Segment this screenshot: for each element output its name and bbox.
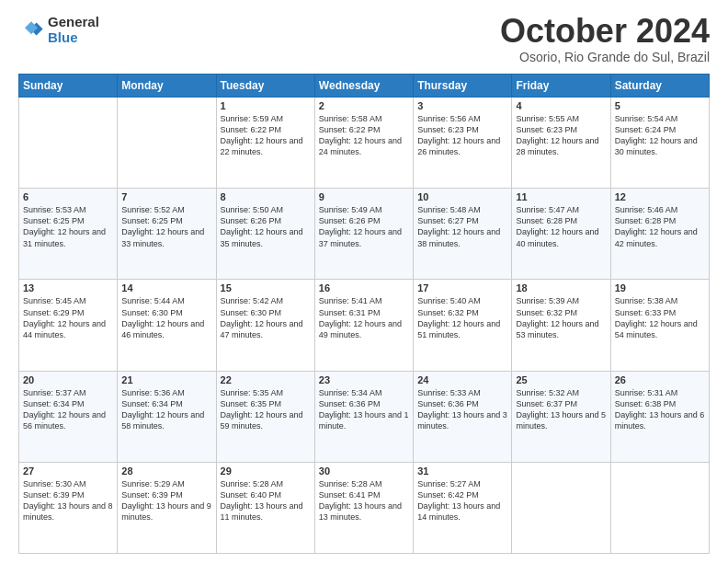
calendar-cell: 4Sunrise: 5:55 AM Sunset: 6:23 PM Daylig…: [512, 98, 610, 189]
day-number: 5: [615, 100, 705, 111]
calendar-cell: 1Sunrise: 5:59 AM Sunset: 6:22 PM Daylig…: [216, 98, 314, 189]
calendar-cell: 19Sunrise: 5:38 AM Sunset: 6:33 PM Dayli…: [610, 280, 709, 371]
day-number: 17: [417, 282, 507, 293]
day-number: 26: [615, 374, 705, 385]
calendar-week-1: 6Sunrise: 5:53 AM Sunset: 6:25 PM Daylig…: [19, 189, 710, 280]
calendar-header-tuesday: Tuesday: [216, 75, 314, 98]
logo: General Blue: [18, 15, 99, 45]
calendar-cell: 26Sunrise: 5:31 AM Sunset: 6:38 PM Dayli…: [610, 371, 709, 462]
calendar-cell: [19, 98, 118, 189]
day-number: 19: [615, 282, 705, 293]
calendar-cell: 17Sunrise: 5:40 AM Sunset: 6:32 PM Dayli…: [414, 280, 512, 371]
calendar-cell: 29Sunrise: 5:28 AM Sunset: 6:40 PM Dayli…: [216, 462, 314, 553]
day-number: 11: [516, 191, 606, 202]
day-info: Sunrise: 5:54 AM Sunset: 6:24 PM Dayligh…: [615, 114, 698, 156]
calendar-week-4: 27Sunrise: 5:30 AM Sunset: 6:39 PM Dayli…: [19, 462, 710, 553]
calendar: SundayMondayTuesdayWednesdayThursdayFrid…: [18, 74, 710, 554]
calendar-cell: 24Sunrise: 5:33 AM Sunset: 6:36 PM Dayli…: [414, 371, 512, 462]
day-info: Sunrise: 5:37 AM Sunset: 6:34 PM Dayligh…: [23, 388, 106, 431]
day-number: 16: [319, 282, 409, 293]
calendar-header-row: SundayMondayTuesdayWednesdayThursdayFrid…: [19, 75, 710, 98]
day-info: Sunrise: 5:28 AM Sunset: 6:40 PM Dayligh…: [221, 479, 303, 522]
day-number: 6: [23, 191, 113, 202]
day-number: 25: [516, 374, 606, 385]
day-number: 15: [221, 282, 311, 293]
calendar-week-2: 13Sunrise: 5:45 AM Sunset: 6:29 PM Dayli…: [19, 280, 710, 371]
calendar-cell: 5Sunrise: 5:54 AM Sunset: 6:24 PM Daylig…: [610, 98, 709, 189]
calendar-header-friday: Friday: [512, 75, 610, 98]
day-info: Sunrise: 5:35 AM Sunset: 6:35 PM Dayligh…: [221, 388, 303, 431]
calendar-cell: 9Sunrise: 5:49 AM Sunset: 6:26 PM Daylig…: [314, 189, 413, 280]
calendar-cell: 10Sunrise: 5:48 AM Sunset: 6:27 PM Dayli…: [414, 189, 512, 280]
day-number: 22: [221, 374, 311, 385]
generalblue-icon: [18, 17, 44, 43]
day-info: Sunrise: 5:59 AM Sunset: 6:22 PM Dayligh…: [221, 114, 303, 156]
calendar-cell: 21Sunrise: 5:36 AM Sunset: 6:34 PM Dayli…: [118, 371, 216, 462]
calendar-cell: 30Sunrise: 5:28 AM Sunset: 6:41 PM Dayli…: [314, 462, 413, 553]
day-number: 24: [417, 374, 507, 385]
calendar-cell: 18Sunrise: 5:39 AM Sunset: 6:32 PM Dayli…: [512, 280, 610, 371]
day-number: 3: [417, 100, 507, 111]
calendar-header-sunday: Sunday: [19, 75, 118, 98]
calendar-cell: 20Sunrise: 5:37 AM Sunset: 6:34 PM Dayli…: [19, 371, 118, 462]
day-info: Sunrise: 5:42 AM Sunset: 6:30 PM Dayligh…: [221, 296, 303, 339]
day-number: 10: [417, 191, 507, 202]
day-info: Sunrise: 5:55 AM Sunset: 6:23 PM Dayligh…: [516, 114, 598, 156]
calendar-cell: 12Sunrise: 5:46 AM Sunset: 6:28 PM Dayli…: [610, 189, 709, 280]
day-number: 21: [121, 374, 211, 385]
day-number: 12: [615, 191, 705, 202]
month-title: October 2024: [500, 15, 710, 48]
day-info: Sunrise: 5:50 AM Sunset: 6:26 PM Dayligh…: [221, 205, 303, 247]
logo-general: General: [48, 15, 99, 30]
calendar-cell: [118, 98, 216, 189]
day-info: Sunrise: 5:28 AM Sunset: 6:41 PM Dayligh…: [319, 479, 402, 522]
day-number: 9: [319, 191, 409, 202]
day-number: 20: [23, 374, 113, 385]
day-info: Sunrise: 5:53 AM Sunset: 6:25 PM Dayligh…: [23, 205, 106, 247]
day-number: 7: [121, 191, 211, 202]
day-info: Sunrise: 5:56 AM Sunset: 6:23 PM Dayligh…: [417, 114, 500, 156]
day-info: Sunrise: 5:39 AM Sunset: 6:32 PM Dayligh…: [516, 296, 598, 339]
day-info: Sunrise: 5:44 AM Sunset: 6:30 PM Dayligh…: [121, 296, 204, 339]
day-info: Sunrise: 5:29 AM Sunset: 6:39 PM Dayligh…: [121, 479, 211, 522]
day-info: Sunrise: 5:36 AM Sunset: 6:34 PM Dayligh…: [121, 388, 204, 431]
day-info: Sunrise: 5:27 AM Sunset: 6:42 PM Dayligh…: [417, 479, 500, 522]
day-info: Sunrise: 5:48 AM Sunset: 6:27 PM Dayligh…: [417, 205, 500, 247]
day-info: Sunrise: 5:32 AM Sunset: 6:37 PM Dayligh…: [516, 388, 606, 431]
day-info: Sunrise: 5:31 AM Sunset: 6:38 PM Dayligh…: [615, 388, 705, 431]
day-number: 18: [516, 282, 606, 293]
logo-blue: Blue: [48, 30, 99, 46]
logo-text: General Blue: [48, 15, 99, 45]
day-info: Sunrise: 5:34 AM Sunset: 6:36 PM Dayligh…: [319, 388, 409, 431]
day-number: 2: [319, 100, 409, 111]
calendar-cell: 8Sunrise: 5:50 AM Sunset: 6:26 PM Daylig…: [216, 189, 314, 280]
title-section: October 2024 Osorio, Rio Grande do Sul, …: [500, 15, 710, 64]
day-number: 13: [23, 282, 113, 293]
day-info: Sunrise: 5:58 AM Sunset: 6:22 PM Dayligh…: [319, 114, 402, 156]
day-number: 4: [516, 100, 606, 111]
calendar-cell: 16Sunrise: 5:41 AM Sunset: 6:31 PM Dayli…: [314, 280, 413, 371]
day-info: Sunrise: 5:52 AM Sunset: 6:25 PM Dayligh…: [121, 205, 204, 247]
calendar-cell: 7Sunrise: 5:52 AM Sunset: 6:25 PM Daylig…: [118, 189, 216, 280]
calendar-cell: 15Sunrise: 5:42 AM Sunset: 6:30 PM Dayli…: [216, 280, 314, 371]
day-info: Sunrise: 5:46 AM Sunset: 6:28 PM Dayligh…: [615, 205, 698, 247]
day-number: 29: [221, 465, 311, 477]
calendar-cell: 31Sunrise: 5:27 AM Sunset: 6:42 PM Dayli…: [414, 462, 512, 553]
day-number: 8: [221, 191, 311, 202]
calendar-cell: 13Sunrise: 5:45 AM Sunset: 6:29 PM Dayli…: [19, 280, 118, 371]
page: General Blue October 2024 Osorio, Rio Gr…: [0, 0, 728, 563]
day-number: 30: [319, 465, 409, 477]
day-number: 1: [221, 100, 311, 111]
calendar-header-thursday: Thursday: [414, 75, 512, 98]
calendar-cell: 25Sunrise: 5:32 AM Sunset: 6:37 PM Dayli…: [512, 371, 610, 462]
calendar-cell: 23Sunrise: 5:34 AM Sunset: 6:36 PM Dayli…: [314, 371, 413, 462]
calendar-header-wednesday: Wednesday: [314, 75, 413, 98]
day-info: Sunrise: 5:49 AM Sunset: 6:26 PM Dayligh…: [319, 205, 402, 247]
location: Osorio, Rio Grande do Sul, Brazil: [500, 50, 710, 64]
calendar-cell: 22Sunrise: 5:35 AM Sunset: 6:35 PM Dayli…: [216, 371, 314, 462]
day-info: Sunrise: 5:33 AM Sunset: 6:36 PM Dayligh…: [417, 388, 507, 431]
calendar-week-0: 1Sunrise: 5:59 AM Sunset: 6:22 PM Daylig…: [19, 98, 710, 189]
calendar-cell: 2Sunrise: 5:58 AM Sunset: 6:22 PM Daylig…: [314, 98, 413, 189]
calendar-cell: [610, 462, 709, 553]
header: General Blue October 2024 Osorio, Rio Gr…: [18, 15, 710, 64]
